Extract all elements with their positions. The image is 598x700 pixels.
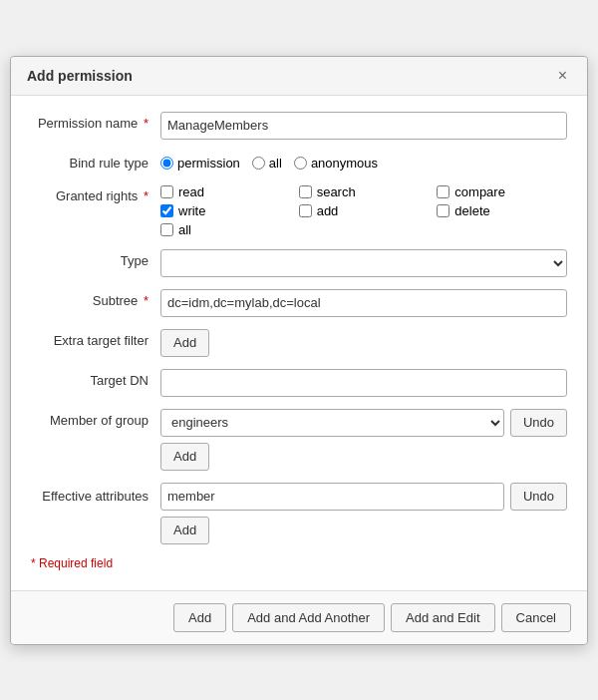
- right-search-label: search: [317, 184, 356, 199]
- subtree-row: Subtree *: [31, 289, 567, 317]
- permission-name-label: Permission name *: [31, 112, 160, 131]
- member-of-group-undo-button[interactable]: Undo: [510, 409, 567, 437]
- right-add-checkbox[interactable]: [299, 204, 312, 217]
- member-of-group-add-wrap: Add: [160, 443, 567, 471]
- extra-target-filter-wrap: Add: [160, 329, 567, 357]
- add-permission-dialog: Add permission × Permission name * Bind …: [10, 56, 588, 645]
- target-dn-input[interactable]: [160, 369, 567, 397]
- type-wrap: [160, 249, 567, 277]
- dialog-header: Add permission ×: [11, 57, 587, 96]
- target-dn-label: Target DN: [31, 369, 160, 388]
- add-and-edit-button[interactable]: Add and Edit: [391, 603, 494, 632]
- extra-target-filter-row: Extra target filter Add: [31, 329, 567, 357]
- effective-attributes-row: Effective attributes Undo Add: [31, 483, 567, 544]
- right-all-checkbox[interactable]: [160, 223, 173, 236]
- right-read-checkbox[interactable]: [160, 185, 173, 198]
- right-search[interactable]: search: [299, 184, 430, 199]
- add-button[interactable]: Add: [173, 603, 226, 632]
- subtree-label: Subtree *: [31, 289, 160, 308]
- bind-rule-permission-label: permission: [177, 156, 240, 171]
- member-of-group-wrap: engineers Undo Add: [160, 409, 567, 471]
- right-delete-label: delete: [454, 203, 489, 218]
- member-of-group-add-button[interactable]: Add: [160, 443, 209, 471]
- right-delete[interactable]: delete: [437, 203, 567, 218]
- subtree-input[interactable]: [160, 289, 567, 317]
- bind-rule-type-wrap: permission all anonymous: [160, 152, 567, 171]
- granted-rights-label: Granted rights *: [31, 182, 160, 203]
- right-write-label: write: [178, 203, 205, 218]
- member-of-group-control-row: engineers Undo: [160, 409, 567, 437]
- permission-name-wrap: [160, 112, 567, 140]
- effective-attributes-add-wrap: Add: [160, 517, 567, 544]
- effective-attributes-wrap: Undo Add: [160, 483, 567, 544]
- effective-attributes-add-button[interactable]: Add: [160, 517, 209, 544]
- required-star: *: [144, 116, 149, 131]
- bind-rule-anonymous[interactable]: anonymous: [294, 156, 378, 171]
- effective-attributes-control-row: Undo: [160, 483, 567, 511]
- right-delete-checkbox[interactable]: [437, 204, 449, 217]
- member-of-group-label: Member of group: [31, 409, 160, 428]
- effective-attributes-undo-button[interactable]: Undo: [510, 483, 567, 511]
- add-and-add-another-button[interactable]: Add and Add Another: [232, 603, 385, 632]
- required-star-subtree: *: [144, 293, 149, 308]
- bind-rule-anonymous-label: anonymous: [311, 156, 378, 171]
- effective-attributes-input[interactable]: [160, 483, 504, 511]
- bind-rule-permission[interactable]: permission: [160, 156, 240, 171]
- effective-attributes-label: Effective attributes: [31, 483, 160, 504]
- target-dn-wrap: [160, 369, 567, 397]
- dialog-body: Permission name * Bind rule type permiss…: [11, 96, 587, 590]
- permission-name-input[interactable]: [160, 112, 567, 140]
- right-compare-checkbox[interactable]: [437, 185, 449, 198]
- bind-rule-radio-group: permission all anonymous: [160, 152, 567, 171]
- extra-target-filter-add-button[interactable]: Add: [160, 329, 209, 357]
- right-add-label: add: [317, 203, 339, 218]
- subtree-wrap: [160, 289, 567, 317]
- rights-checkbox-grid: read search compare write: [160, 182, 567, 237]
- cancel-button[interactable]: Cancel: [501, 603, 571, 632]
- type-row: Type: [31, 249, 567, 277]
- right-all-label: all: [178, 222, 191, 237]
- granted-rights-row: Granted rights * read search: [31, 182, 567, 237]
- bind-rule-all-label: all: [269, 156, 282, 171]
- dialog-title: Add permission: [27, 68, 133, 84]
- bind-rule-all[interactable]: all: [252, 156, 282, 171]
- type-select[interactable]: [160, 249, 567, 277]
- right-read[interactable]: read: [160, 184, 291, 199]
- bind-rule-type-row: Bind rule type permission all anonymous: [31, 152, 567, 171]
- type-label: Type: [31, 249, 160, 268]
- right-compare-label: compare: [454, 184, 505, 199]
- bind-rule-permission-radio[interactable]: [160, 157, 173, 170]
- close-button[interactable]: ×: [554, 67, 571, 85]
- right-write-checkbox[interactable]: [160, 204, 173, 217]
- member-of-group-row: Member of group engineers Undo Add: [31, 409, 567, 471]
- bind-rule-all-radio[interactable]: [252, 157, 265, 170]
- right-add[interactable]: add: [299, 203, 430, 218]
- permission-name-row: Permission name *: [31, 112, 567, 140]
- right-read-label: read: [178, 184, 204, 199]
- dialog-footer: Add Add and Add Another Add and Edit Can…: [11, 590, 587, 644]
- required-star-rights: *: [144, 188, 149, 203]
- required-note: * Required field: [31, 556, 567, 570]
- right-search-checkbox[interactable]: [299, 185, 312, 198]
- bind-rule-type-label: Bind rule type: [31, 152, 160, 171]
- extra-target-filter-label: Extra target filter: [31, 329, 160, 348]
- member-of-group-select[interactable]: engineers: [160, 409, 504, 437]
- right-write[interactable]: write: [160, 203, 291, 218]
- right-all[interactable]: all: [160, 222, 291, 237]
- right-compare[interactable]: compare: [437, 184, 567, 199]
- bind-rule-anonymous-radio[interactable]: [294, 157, 307, 170]
- target-dn-row: Target DN: [31, 369, 567, 397]
- granted-rights-wrap: read search compare write: [160, 182, 567, 237]
